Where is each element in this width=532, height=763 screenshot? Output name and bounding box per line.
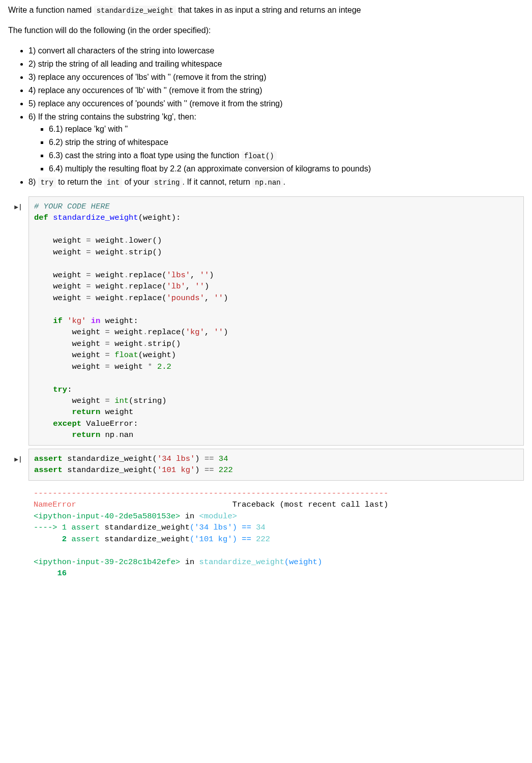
v: weight <box>143 350 171 360</box>
list-item: 6.3) cast the string into a float type u… <box>49 150 524 162</box>
param: weight <box>143 213 171 222</box>
error-name: NameError <box>34 500 76 509</box>
prompt-area: ▶| <box>8 449 28 481</box>
lead-paragraph: The function will do the following (in t… <box>8 24 524 37</box>
op: == <box>242 523 251 532</box>
builtin: int <box>114 396 129 405</box>
module-label: <module> <box>199 512 237 521</box>
s: '' <box>195 282 204 291</box>
s: 'kg' <box>67 316 86 326</box>
kw: def <box>34 213 48 222</box>
funcname: standardize_weight <box>53 213 138 222</box>
kw: try <box>53 385 67 394</box>
m: replace <box>129 282 162 291</box>
dash-line: ----------------------------------------… <box>34 489 389 498</box>
v: nan <box>119 430 133 439</box>
t: in <box>180 557 199 567</box>
v: weight <box>53 271 81 280</box>
m: replace <box>129 294 162 303</box>
list-item: 8) try to return the int of your string.… <box>28 176 524 188</box>
s: '' <box>214 294 224 303</box>
code-cell-2: ▶| assert standardize_weight('34 lbs') =… <box>8 449 524 481</box>
inline-code: string <box>152 178 182 188</box>
v: weight <box>72 362 100 371</box>
list-item: 2) strip the string of all leading and t… <box>28 58 524 70</box>
list-item: 1) convert all characters of the string … <box>28 45 524 57</box>
fn: standardize_weight <box>67 454 152 463</box>
v: weight <box>72 396 100 405</box>
frame-fn: standardize_weight <box>199 557 284 567</box>
inline-code: try <box>38 178 56 188</box>
fn: standardize_weight <box>105 523 190 532</box>
s: 'lb' <box>167 282 186 291</box>
s: '101 kg' <box>157 465 195 475</box>
inline-code: int <box>104 178 122 188</box>
m: strip <box>147 339 171 348</box>
v: string <box>133 396 162 405</box>
num: 34 <box>219 454 228 463</box>
intro-code: standardize_weight <box>94 6 176 16</box>
s: '' <box>214 328 224 337</box>
v: weight <box>53 282 81 291</box>
code-input[interactable]: # YOUR CODE HERE def standardize_weight(… <box>28 196 524 446</box>
code-input[interactable]: assert standardize_weight('34 lbs') == 3… <box>28 449 524 481</box>
v: weight <box>53 248 81 257</box>
s: '34 lbs' <box>157 454 195 463</box>
run-cell-icon[interactable]: ▶| <box>14 203 22 211</box>
list-item: 3) replace any occurences of 'lbs' with … <box>28 71 524 83</box>
v: weight <box>72 328 100 337</box>
intro-text-2: that takes in as input a string and retu… <box>176 6 361 14</box>
traceback-output: ----------------------------------------… <box>28 484 524 579</box>
t: . If it cannot, return <box>183 178 253 186</box>
v: weight <box>96 271 124 280</box>
v: np <box>105 430 115 439</box>
v: weight <box>105 407 134 417</box>
substeps-list: 6.1) replace 'kg' with '' 6.2) strip the… <box>28 123 524 175</box>
num: 222 <box>256 535 270 544</box>
inline-code: float() <box>242 151 277 161</box>
v: weight <box>114 328 143 337</box>
kw: assert <box>71 523 100 532</box>
lineno: 2 <box>34 535 71 544</box>
list-item-text: 6.3) cast the string into a float type u… <box>49 151 242 160</box>
t: 8) <box>28 178 38 186</box>
m: replace <box>129 271 162 280</box>
t: to return the <box>56 178 104 186</box>
m: lower <box>129 236 153 245</box>
s: '34 lbs' <box>194 523 232 532</box>
lineno: 16 <box>34 569 67 578</box>
t: of your <box>122 178 152 186</box>
t: in <box>180 512 199 521</box>
kw: if <box>53 316 63 326</box>
list-item: 5) replace any occurences of 'pounds' wi… <box>28 98 524 110</box>
v: weight <box>96 236 124 245</box>
v: weight <box>114 339 143 348</box>
run-cell-icon[interactable]: ▶| <box>14 455 22 463</box>
list-item-text: 6) If the string contains the substring … <box>28 112 196 121</box>
kw: return <box>72 430 100 439</box>
markdown-cell: Write a function named standardize_weigh… <box>8 4 524 188</box>
kw: assert <box>71 535 100 544</box>
s: 'lbs' <box>167 271 191 280</box>
arrow: ----> 1 <box>34 523 71 532</box>
frame-location: <ipython-input-39-2c28c1b42efe> <box>34 557 180 567</box>
frame-location: <ipython-input-40-2de5a580153e> <box>34 512 180 521</box>
fn: standardize_weight <box>67 465 152 475</box>
intro-text: Write a function named <box>8 6 94 14</box>
kw: return <box>72 407 100 417</box>
traceback-label: Traceback (most recent call last) <box>232 500 389 509</box>
s: 'kg' <box>186 328 204 337</box>
kw: assert <box>34 454 63 463</box>
v: weight <box>96 248 124 257</box>
v: weight <box>53 236 81 245</box>
steps-list: 1) convert all characters of the string … <box>8 45 524 188</box>
s: 'pounds' <box>167 294 204 303</box>
v: weight <box>96 282 124 291</box>
output-cell: ----------------------------------------… <box>8 484 524 579</box>
builtin: float <box>114 350 138 360</box>
list-item: 4) replace any occurences of 'lb' with '… <box>28 84 524 97</box>
kw: except <box>53 419 81 428</box>
frame-fn-arg: (weight) <box>284 557 322 567</box>
num: 34 <box>256 523 265 532</box>
prompt-area-empty <box>8 484 28 579</box>
